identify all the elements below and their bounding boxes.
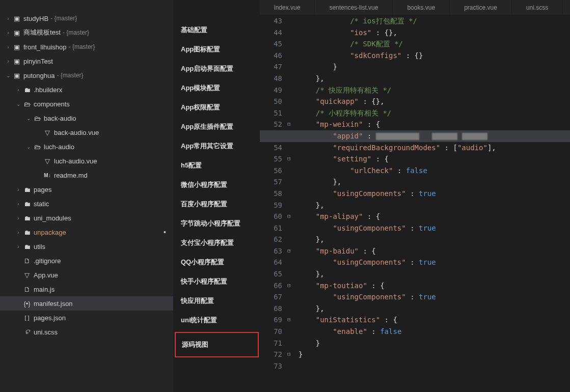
- config-alipay-mp[interactable]: 支付宝小程序配置: [174, 233, 260, 253]
- folder-hbuilderx[interactable]: › 🖿 .hbuilderx: [0, 82, 173, 97]
- project-putonghua[interactable]: ⌄ ▣ putonghua - {master}: [0, 68, 173, 82]
- folder-utils[interactable]: › 🖿 utils: [0, 239, 173, 254]
- config-app-icon[interactable]: App图标配置: [174, 40, 260, 59]
- file-pages-json[interactable]: [ ] pages.json: [0, 311, 173, 325]
- folder-icon: 🖿: [22, 86, 32, 94]
- folder-label: utils: [34, 243, 45, 250]
- file-label: App.vue: [34, 271, 58, 279]
- branch-label: - {master}: [69, 43, 95, 50]
- config-app-other[interactable]: App常用其它设置: [174, 136, 260, 156]
- markdown-file-icon: M↓: [43, 173, 52, 178]
- tab-practice-vue[interactable]: practice.vue: [450, 0, 512, 15]
- folder-open-icon: 🗁: [33, 143, 42, 151]
- editor-area: index.vue sentences-list.vue books.vue p…: [260, 0, 570, 392]
- chevron-right-icon: ›: [4, 44, 12, 50]
- folder-unpackage[interactable]: › 🖿 unpackage •: [0, 225, 173, 239]
- code-content[interactable]: /* ios打包配置 */ "ios" : {}, /* SDK配置 */ "s…: [296, 15, 570, 392]
- folder-label: static: [34, 200, 49, 208]
- folder-icon: 🖿: [22, 229, 32, 236]
- branch-label: - {master}: [57, 72, 83, 79]
- config-uni-statistics[interactable]: uni统计配置: [174, 311, 260, 330]
- config-baidu-mp[interactable]: 百度小程序配置: [174, 194, 260, 214]
- file-label: .gitignore: [34, 257, 61, 265]
- code-editor[interactable]: 4344454647484950515253545556575859606162…: [260, 15, 570, 392]
- folder-label: unpackage: [34, 229, 66, 236]
- folder-icon: 🖿: [22, 200, 32, 208]
- config-app-modules[interactable]: App模块配置: [174, 78, 260, 98]
- line-numbers: 4344454647484950515253545556575859606162…: [260, 15, 287, 392]
- file-app-vue[interactable]: ▽ App.vue: [0, 268, 173, 282]
- scss-file-icon: ଟ: [22, 328, 32, 336]
- config-quickapp[interactable]: 快应用配置: [174, 291, 260, 311]
- project-studyhb[interactable]: › ▣ studyHB - {master}: [0, 11, 173, 25]
- fold-gutter[interactable]: ⊟⊟⊟⊟⊟⊟⊟: [287, 15, 296, 392]
- config-kuaishou-mp[interactable]: 快手小程序配置: [174, 272, 260, 291]
- vue-file-icon: ▽: [43, 129, 52, 136]
- folder-label: pages: [34, 186, 51, 193]
- file-label: main.js: [34, 286, 55, 293]
- tab-index-vue[interactable]: index.vue: [260, 0, 315, 15]
- config-app-splash[interactable]: App启动界面配置: [174, 59, 260, 78]
- config-app-permissions[interactable]: App权限配置: [174, 98, 260, 117]
- folder-back-audio[interactable]: ⌄ 🗁 back-audio: [0, 111, 173, 125]
- file-uni-scss[interactable]: ଟ uni.scss: [0, 325, 173, 339]
- config-panel: 基础配置 App图标配置 App启动界面配置 App模块配置 App权限配置 A…: [173, 0, 260, 392]
- chevron-right-icon: ›: [14, 215, 22, 221]
- dirty-indicator-icon: •: [164, 228, 166, 236]
- project-icon: ▣: [12, 29, 21, 37]
- folder-components[interactable]: ⌄ 🗁 components: [0, 97, 173, 111]
- editor-tabs: index.vue sentences-list.vue books.vue p…: [260, 0, 570, 15]
- file-label: pages.json: [34, 314, 66, 322]
- project-icon: ▣: [12, 15, 21, 22]
- chevron-down-icon: ⌄: [24, 116, 33, 121]
- folder-pages[interactable]: › 🖿 pages: [0, 182, 173, 197]
- chevron-right-icon: ›: [14, 230, 22, 235]
- project-icon: ▣: [12, 43, 21, 51]
- file-tree[interactable]: › ▣ studyHB - {master} › ▣ 商城模板test - {m…: [0, 0, 173, 392]
- project-icon: ▣: [12, 72, 21, 79]
- config-qq-mp[interactable]: QQ小程序配置: [174, 253, 260, 272]
- folder-uni-modules[interactable]: › 🖿 uni_modules: [0, 211, 173, 225]
- file-label: readme.md: [54, 172, 88, 179]
- project-label: front_lihuishop: [23, 43, 67, 51]
- config-basic[interactable]: 基础配置: [174, 20, 260, 40]
- branch-label: - {master}: [63, 29, 89, 36]
- config-bytedance-mp[interactable]: 字节跳动小程序配置: [174, 214, 260, 233]
- vue-file-icon: ▽: [22, 271, 32, 279]
- file-label: manifest.json: [34, 300, 73, 307]
- file-main-js[interactable]: 🗋 main.js: [0, 282, 173, 296]
- folder-open-icon: 🗁: [33, 115, 42, 122]
- folder-luch-audio[interactable]: ⌄ 🗁 luch-audio: [0, 139, 173, 154]
- chevron-right-icon: ›: [14, 187, 22, 192]
- tab-uni-scss[interactable]: uni.scss: [512, 0, 563, 15]
- config-h5[interactable]: h5配置: [174, 156, 260, 175]
- file-gitignore[interactable]: 🗋 .gitignore: [0, 254, 173, 268]
- config-wechat-mp[interactable]: 微信小程序配置: [174, 175, 260, 194]
- project-front-lihuishop[interactable]: › ▣ front_lihuishop - {master}: [0, 40, 173, 54]
- file-readme-md[interactable]: M↓ readme.md: [0, 168, 173, 182]
- chevron-right-icon: ›: [14, 244, 22, 249]
- chevron-down-icon: ⌄: [4, 73, 12, 78]
- file-back-audio-vue[interactable]: ▽ back-audio.vue: [0, 125, 173, 139]
- tab-sentences-list-vue[interactable]: sentences-list.vue: [315, 0, 393, 15]
- chevron-right-icon: ›: [4, 16, 12, 21]
- file-manifest-json[interactable]: {•} manifest.json: [0, 296, 173, 311]
- folder-static[interactable]: › 🖿 static: [0, 197, 173, 211]
- project-pinyintest[interactable]: › ▣ pinyinTest: [0, 54, 173, 68]
- file-label: uni.scss: [34, 328, 58, 336]
- chevron-right-icon: ›: [14, 87, 22, 93]
- project-label: 商城模板test: [23, 28, 61, 37]
- config-source-view[interactable]: 源码视图: [175, 332, 259, 357]
- tab-books-vue[interactable]: books.vue: [393, 0, 450, 15]
- folder-label: .hbuilderx: [34, 86, 62, 94]
- folder-label: back-audio: [44, 115, 76, 122]
- branch-label: - {master}: [50, 15, 77, 22]
- config-app-native-plugins[interactable]: App原生插件配置: [174, 117, 260, 136]
- vue-file-icon: ▽: [43, 157, 52, 165]
- file-label: back-audio.vue: [54, 129, 99, 136]
- folder-label: luch-audio: [44, 143, 74, 151]
- file-label: luch-audio.vue: [54, 157, 97, 165]
- file-luch-audio-vue[interactable]: ▽ luch-audio.vue: [0, 154, 173, 168]
- project-mall-template[interactable]: › ▣ 商城模板test - {master}: [0, 25, 173, 40]
- chevron-down-icon: ⌄: [24, 144, 33, 150]
